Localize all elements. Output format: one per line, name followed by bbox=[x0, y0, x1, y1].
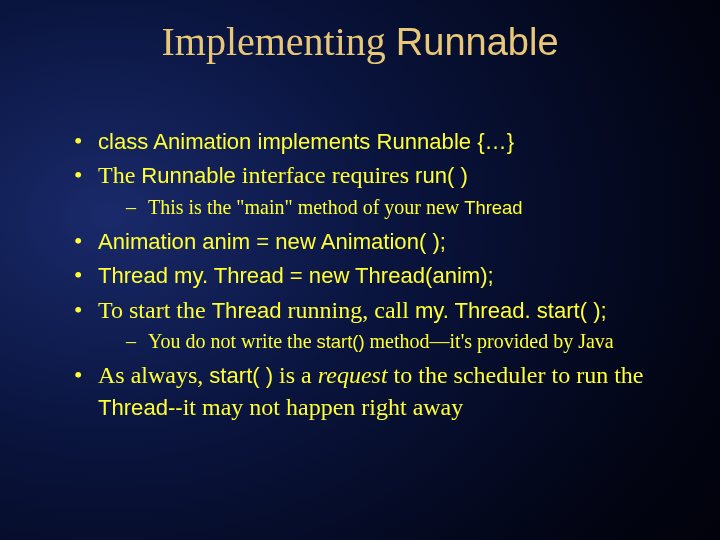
bullet-6-p4: it may not happen right away bbox=[183, 394, 464, 420]
bullet-2-p2: interface requires bbox=[236, 162, 415, 188]
bullet-2: The Runnable interface requires run( ) T… bbox=[70, 159, 660, 220]
bullet-5-sub-1-p1: You do not write the bbox=[148, 330, 317, 352]
bullet-5-sub-1-kw: start() bbox=[317, 331, 365, 352]
bullet-4: Thread my. Thread = new Thread(anim); bbox=[70, 259, 660, 291]
bullet-6-kw2: Thread-- bbox=[98, 395, 183, 420]
bullet-5-p2: running, call bbox=[282, 297, 415, 323]
bullet-5-kw2: my. Thread. start( ); bbox=[415, 298, 607, 323]
bullet-5-sublist: You do not write the start() method—it's… bbox=[98, 328, 660, 355]
bullet-6-kw1: start( ) bbox=[209, 363, 273, 388]
bullet-3: Animation anim = new Animation( ); bbox=[70, 225, 660, 257]
slide-title: Implementing Runnable bbox=[60, 18, 660, 65]
bullet-2-sublist: This is the "main" method of your new Th… bbox=[98, 194, 660, 221]
bullet-6-p2: is a bbox=[273, 362, 318, 388]
bullet-1-text: class Animation implements Runnable {…} bbox=[98, 129, 514, 154]
title-keyword: Runnable bbox=[396, 21, 559, 63]
bullet-2-kw2: run( ) bbox=[415, 163, 468, 188]
bullet-6-p1: As always, bbox=[98, 362, 209, 388]
bullet-list: class Animation implements Runnable {…} … bbox=[60, 125, 660, 424]
bullet-5-kw1: Thread bbox=[212, 298, 282, 323]
bullet-4-text: Thread my. Thread = new Thread(anim); bbox=[98, 263, 494, 288]
bullet-6-p3: to the scheduler to run the bbox=[388, 362, 644, 388]
bullet-2-sub-1-p1: This is the "main" method of your new bbox=[148, 196, 464, 218]
bullet-5-sub-1-p2: method—it's provided by Java bbox=[365, 330, 614, 352]
bullet-2-sub-1-kw: Thread bbox=[464, 197, 522, 218]
bullet-6-em: request bbox=[318, 362, 388, 388]
bullet-2-kw1: Runnable bbox=[141, 163, 236, 188]
slide: Implementing Runnable class Animation im… bbox=[0, 0, 720, 540]
bullet-6: As always, start( ) is a request to the … bbox=[70, 359, 660, 424]
bullet-2-p1: The bbox=[98, 162, 141, 188]
bullet-2-sub-1: This is the "main" method of your new Th… bbox=[126, 194, 660, 221]
title-text: Implementing bbox=[161, 19, 395, 64]
bullet-5-p1: To start the bbox=[98, 297, 212, 323]
bullet-1: class Animation implements Runnable {…} bbox=[70, 125, 660, 157]
bullet-3-text: Animation anim = new Animation( ); bbox=[98, 229, 446, 254]
bullet-5: To start the Thread running, call my. Th… bbox=[70, 294, 660, 355]
bullet-5-sub-1: You do not write the start() method—it's… bbox=[126, 328, 660, 355]
